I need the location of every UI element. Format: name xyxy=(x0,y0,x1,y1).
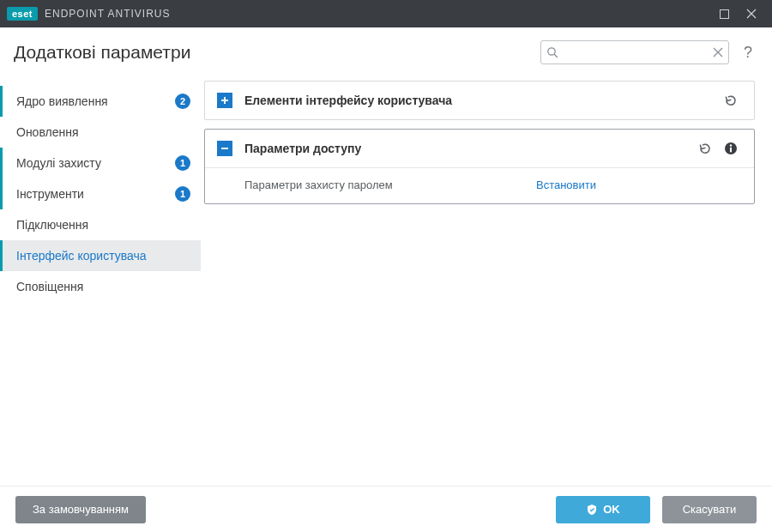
brand-logo: eset xyxy=(7,7,38,21)
svg-point-3 xyxy=(730,144,732,146)
undo-icon xyxy=(724,94,738,107)
sidebar-item-label: Оновлення xyxy=(16,125,190,139)
info-button[interactable] xyxy=(720,137,742,160)
product-name: ENDPOINT ANTIVIRUS xyxy=(45,8,170,20)
svg-rect-4 xyxy=(730,148,732,153)
window-maximize-button[interactable] xyxy=(710,0,738,27)
sidebar-item-label: Підключення xyxy=(16,218,190,232)
sidebar-item-label: Сповіщення xyxy=(16,280,190,293)
maximize-icon xyxy=(720,9,729,19)
sidebar-item-label: Інструменти xyxy=(16,187,168,201)
header-row: Додаткові параметри ? xyxy=(0,27,772,69)
cancel-button[interactable]: Скасувати xyxy=(662,496,757,523)
info-icon xyxy=(724,142,738,155)
ok-label: OK xyxy=(603,503,620,516)
undo-icon xyxy=(698,142,712,155)
expand-icon xyxy=(217,93,232,108)
ok-button[interactable]: OK xyxy=(556,496,650,523)
page-title: Додаткові параметри xyxy=(14,42,190,63)
sidebar-badge: 1 xyxy=(175,155,190,171)
reset-button[interactable] xyxy=(720,89,742,112)
close-icon xyxy=(746,9,757,19)
sidebar-item-label: Ядро виявлення xyxy=(16,94,168,108)
svg-rect-0 xyxy=(720,9,728,18)
sidebar-item-protection-modules[interactable]: Модулі захисту 1 xyxy=(0,148,201,178)
section-header-ui-elements[interactable]: Елементи інтерфейсу користувача xyxy=(205,82,754,119)
svg-point-1 xyxy=(548,48,555,55)
sidebar: Ядро виявлення 2 Оновлення Модулі захист… xyxy=(0,81,201,486)
window-close-button[interactable] xyxy=(738,0,765,27)
search-icon xyxy=(546,46,558,58)
sidebar-item-tools[interactable]: Інструменти 1 xyxy=(0,178,201,209)
search-box[interactable] xyxy=(540,40,729,64)
reset-button[interactable] xyxy=(694,137,716,160)
shield-icon xyxy=(586,504,598,516)
sidebar-item-label: Інтерфейс користувача xyxy=(16,249,190,263)
section-title: Елементи інтерфейсу користувача xyxy=(244,94,716,107)
section-title: Параметри доступу xyxy=(244,142,691,155)
section-access-params: Параметри доступу Параметри захисту паро… xyxy=(204,129,755,204)
sidebar-item-notifications[interactable]: Сповіщення xyxy=(0,271,201,302)
sidebar-item-detection-core[interactable]: Ядро виявлення 2 xyxy=(0,86,201,117)
collapse-icon xyxy=(217,141,232,156)
section-body: Параметри захисту паролем Встановити xyxy=(205,167,754,203)
sidebar-item-update[interactable]: Оновлення xyxy=(0,117,201,148)
footer: За замовчуванням OK Скасувати xyxy=(0,486,772,532)
sidebar-item-label: Модулі захисту xyxy=(16,156,168,170)
main-panel: Елементи інтерфейсу користувача Параметр… xyxy=(201,81,772,486)
defaults-button[interactable]: За замовчуванням xyxy=(15,496,146,523)
clear-icon[interactable] xyxy=(713,47,723,57)
setting-password-label: Параметри захисту паролем xyxy=(244,178,536,191)
title-bar: eset ENDPOINT ANTIVIRUS xyxy=(0,0,772,27)
help-button[interactable]: ? xyxy=(738,42,758,63)
sidebar-badge: 1 xyxy=(175,186,190,202)
sidebar-item-user-interface[interactable]: Інтерфейс користувача xyxy=(0,240,201,271)
section-ui-elements: Елементи інтерфейсу користувача xyxy=(204,81,755,120)
sidebar-badge: 2 xyxy=(175,94,190,109)
help-icon: ? xyxy=(744,44,752,62)
search-input[interactable] xyxy=(558,46,713,59)
setting-password-action[interactable]: Встановити xyxy=(536,178,596,191)
sidebar-item-connections[interactable]: Підключення xyxy=(0,209,201,240)
section-header-access-params[interactable]: Параметри доступу xyxy=(205,130,754,167)
